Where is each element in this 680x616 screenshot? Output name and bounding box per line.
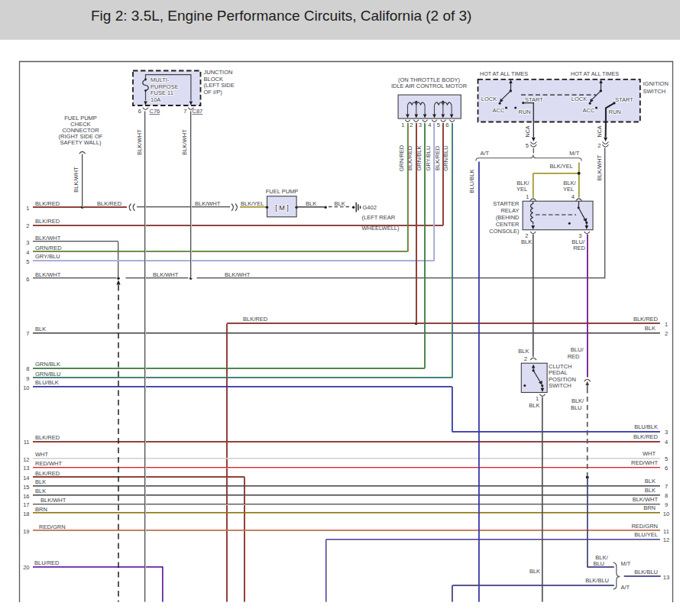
svg-text:BLK/WHT: BLK/WHT <box>225 271 251 278</box>
svg-text:LOCK: LOCK <box>572 96 587 102</box>
svg-text:GRN/RED: GRN/RED <box>398 144 405 171</box>
svg-text:4: 4 <box>572 193 575 200</box>
svg-text:2: 2 <box>524 355 527 362</box>
svg-text:BLK: BLK <box>645 478 656 485</box>
svg-text:CENTER: CENTER <box>496 221 520 228</box>
svg-text:BLK: BLK <box>529 568 540 575</box>
svg-text:BLK/RED: BLK/RED <box>35 218 60 225</box>
svg-text:11: 11 <box>24 439 30 446</box>
svg-text:1: 1 <box>665 321 668 328</box>
svg-text:1: 1 <box>401 122 404 128</box>
svg-text:BLU/BLK: BLU/BLK <box>35 379 59 386</box>
svg-text:9: 9 <box>26 375 29 382</box>
svg-text:BLU/: BLU/ <box>571 346 584 353</box>
svg-text:STARTER: STARTER <box>493 200 520 207</box>
svg-text:LOCK: LOCK <box>481 96 497 102</box>
svg-text:(BEHIND: (BEHIND <box>496 214 520 221</box>
svg-text:ACC: ACC <box>493 107 505 114</box>
svg-text:M/T: M/T <box>569 150 579 157</box>
svg-text:16: 16 <box>23 493 29 500</box>
svg-text:5: 5 <box>665 456 668 462</box>
svg-text:6: 6 <box>26 276 29 283</box>
svg-text:19: 19 <box>23 528 29 535</box>
svg-text:GRN/BLU: GRN/BLU <box>35 371 60 378</box>
svg-text:BLK: BLK <box>306 200 316 207</box>
svg-text:2: 2 <box>26 222 29 229</box>
svg-text:BLK/WHT: BLK/WHT <box>40 497 66 504</box>
svg-text:20: 20 <box>23 564 29 571</box>
svg-text:7: 7 <box>26 330 29 337</box>
svg-text:4: 4 <box>665 439 668 446</box>
svg-text:M/T: M/T <box>621 560 631 567</box>
svg-text:BRN: BRN <box>643 504 656 511</box>
svg-text:RED/GRN: RED/GRN <box>631 523 658 530</box>
svg-text:Fig 2: 3.5L, Engine Performanc: Fig 2: 3.5L, Engine Performance Circuits… <box>91 8 471 24</box>
svg-text:9: 9 <box>665 501 668 508</box>
svg-text:5: 5 <box>26 258 29 265</box>
svg-text:BLK/WHT: BLK/WHT <box>35 235 61 242</box>
svg-text:BRN: BRN <box>35 506 47 513</box>
svg-text:BLK/RED: BLK/RED <box>35 200 60 207</box>
svg-text:ACC: ACC <box>583 107 595 114</box>
svg-text:BLU/BLK: BLU/BLK <box>468 170 475 193</box>
svg-text:BLK/WHT: BLK/WHT <box>633 496 659 503</box>
svg-text:RED: RED <box>573 245 585 251</box>
svg-text:6: 6 <box>665 465 668 472</box>
svg-text:4: 4 <box>26 249 29 256</box>
svg-text:12: 12 <box>663 537 669 543</box>
svg-text:BLK: BLK <box>35 478 46 485</box>
svg-text:RED: RED <box>568 353 580 360</box>
svg-text:3: 3 <box>665 429 668 436</box>
svg-text:10: 10 <box>23 384 29 391</box>
svg-text:YEL: YEL <box>563 186 574 193</box>
svg-text:BLK: BLK <box>35 488 46 494</box>
svg-text:BLK/BLU: BLK/BLU <box>585 577 609 584</box>
svg-text:18: 18 <box>23 511 29 517</box>
svg-text:BLK/RED: BLK/RED <box>243 316 268 323</box>
svg-text:BLK/WHT: BLK/WHT <box>181 129 188 155</box>
svg-text:7: 7 <box>183 108 186 115</box>
svg-text:5: 5 <box>526 142 529 149</box>
svg-text:10: 10 <box>663 511 669 517</box>
svg-text:BLU/RED: BLU/RED <box>34 559 60 566</box>
svg-text:4: 4 <box>428 122 431 128</box>
svg-text:BLK/WHT: BLK/WHT <box>596 154 603 180</box>
svg-text:FUEL PUMP: FUEL PUMP <box>266 188 299 195</box>
svg-text:8: 8 <box>665 492 668 499</box>
svg-text:(LEFT REAR: (LEFT REAR <box>362 214 396 221</box>
svg-text:10A: 10A <box>151 96 160 103</box>
svg-text:BLK/WHT: BLK/WHT <box>153 271 179 278</box>
svg-text:[ M ]: [ M ] <box>275 204 289 212</box>
svg-text:BLK: BLK <box>521 238 532 245</box>
svg-text:WHT: WHT <box>35 451 48 458</box>
svg-text:C76: C76 <box>150 108 160 115</box>
svg-text:IDLE AIR CONTROL MOTOR: IDLE AIR CONTROL MOTOR <box>391 83 468 89</box>
svg-text:IGNITION: IGNITION <box>643 80 669 87</box>
svg-text:RED/WHT: RED/WHT <box>35 460 62 467</box>
svg-text:1: 1 <box>26 205 29 212</box>
svg-text:6: 6 <box>138 108 141 115</box>
svg-text:2: 2 <box>665 330 668 337</box>
svg-text:2: 2 <box>597 142 601 149</box>
svg-text:6: 6 <box>445 122 448 128</box>
svg-text:A/T: A/T <box>481 150 490 157</box>
svg-text:13: 13 <box>663 574 669 581</box>
svg-text:SWITCH: SWITCH <box>643 88 666 95</box>
svg-text:BLU/YEL: BLU/YEL <box>634 531 658 538</box>
svg-text:BLK/RED: BLK/RED <box>633 433 659 440</box>
svg-text:START: START <box>525 96 543 103</box>
svg-text:WHT: WHT <box>643 450 656 457</box>
svg-text:BLK: BLK <box>529 402 539 409</box>
svg-text:BLK: BLK <box>518 348 529 355</box>
svg-text:C87: C87 <box>193 108 203 115</box>
svg-text:START: START <box>615 96 633 103</box>
svg-text:GRN/RED: GRN/RED <box>35 245 62 251</box>
svg-text:NCA: NCA <box>525 125 530 137</box>
svg-text:GRY/BLU: GRY/BLU <box>35 253 60 260</box>
svg-text:BLK/RED: BLK/RED <box>35 434 60 441</box>
svg-text:BLK/RED: BLK/RED <box>35 470 60 477</box>
svg-text:RED/GRN: RED/GRN <box>39 524 66 530</box>
svg-text:BLU: BLU <box>593 560 604 567</box>
svg-text:11: 11 <box>663 528 669 535</box>
svg-text:BLK/WHT: BLK/WHT <box>73 167 79 193</box>
